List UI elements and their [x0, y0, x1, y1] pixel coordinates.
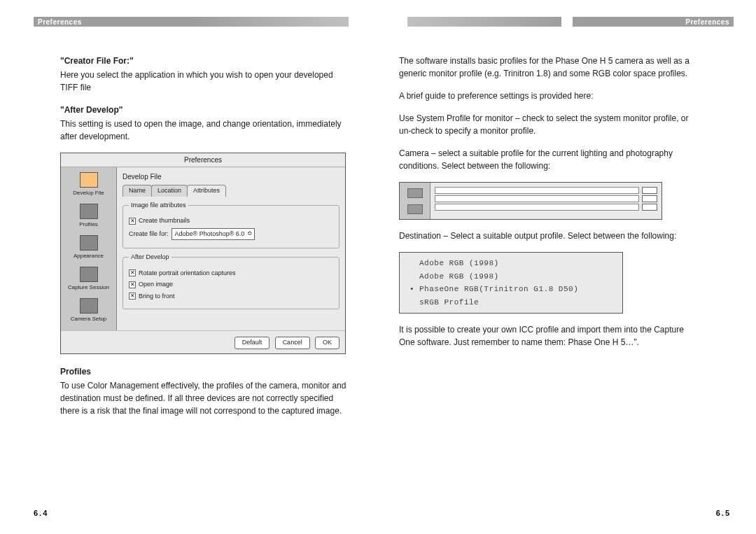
- profile-list-item[interactable]: sRGB Profile: [407, 296, 615, 309]
- fieldset-after-develop: After Develop ✕Rotate portrait orientati…: [122, 253, 340, 309]
- label-rotate-portrait: Rotate portrait orientation captures: [139, 269, 236, 279]
- para-profiles: To use Color Management effectively, the…: [60, 379, 347, 417]
- tab-location[interactable]: Location: [151, 185, 188, 197]
- dropdown-create-file-for[interactable]: Adobe® Photoshop® 6.0: [172, 228, 255, 241]
- page-number-left: 6.4: [34, 509, 48, 517]
- default-button[interactable]: Default: [234, 337, 270, 349]
- dialog-main-title: Develop File: [122, 171, 340, 182]
- checkbox-open-image[interactable]: ✕: [129, 281, 136, 288]
- develop-file-icon: [80, 172, 98, 188]
- profile-list-item[interactable]: Adobe RGB (1998): [407, 270, 615, 283]
- para-install: The software installs basic profiles for…: [399, 55, 700, 80]
- mini-sidebar-icon: [407, 188, 423, 198]
- checkbox-rotate-portrait[interactable]: ✕: [129, 269, 136, 276]
- capture-session-icon: [80, 267, 98, 282]
- profile-list-item-selected[interactable]: PhaseOne RGB(Trinitron G1.8 D50): [407, 283, 615, 296]
- para-own-icc: It is possible to create your own ICC pr…: [399, 323, 700, 349]
- legend-after-develop: After Develop: [129, 253, 172, 262]
- para-camera: Camera – select a suitable profile for t…: [399, 147, 700, 172]
- sidebar-item-profiles[interactable]: Profiles: [61, 202, 116, 233]
- label-create-thumbnails: Create thumbnails: [139, 216, 190, 226]
- para-brief-guide: A brief guide to preference settings is …: [399, 90, 700, 102]
- profile-list-item[interactable]: Adobe RGB (1998): [407, 257, 615, 270]
- dialog-titlebar: Preferences: [61, 153, 345, 167]
- tab-name[interactable]: Name: [122, 185, 152, 197]
- mini-button[interactable]: [642, 204, 657, 211]
- mini-field[interactable]: [435, 195, 639, 202]
- mini-field[interactable]: [435, 187, 639, 194]
- heading-profiles: Profiles: [60, 365, 347, 378]
- heading-after-develop: "After Develop": [60, 104, 347, 116]
- sidebar-item-camera-setup[interactable]: Camera Setup: [61, 296, 116, 328]
- dialog-sidebar: Develop File Profiles Appearance Capture…: [61, 167, 117, 330]
- checkbox-bring-to-front[interactable]: ✕: [129, 293, 136, 300]
- tab-attributes[interactable]: Attributes: [187, 185, 226, 197]
- cancel-button[interactable]: Cancel: [275, 337, 310, 349]
- checkbox-create-thumbnails[interactable]: ✕: [129, 218, 136, 225]
- dialog-tabs: Name Location Attributes: [122, 185, 340, 197]
- sidebar-item-capture-session[interactable]: Capture Session: [61, 265, 116, 296]
- mini-button[interactable]: [642, 187, 657, 194]
- header-label-right: Preferences: [685, 18, 729, 26]
- mini-sidebar-icon: [407, 204, 423, 214]
- header-label-left: Preferences: [38, 18, 82, 26]
- legend-image-file-attributes: Image file attributes: [129, 201, 188, 211]
- para-creator-file-for: Here you select the application in which…: [60, 69, 347, 94]
- page-number-right: 6.5: [716, 509, 731, 517]
- label-create-file-for: Create file for:: [129, 230, 169, 239]
- sidebar-item-appearance[interactable]: Appearance: [61, 233, 116, 265]
- label-bring-to-front: Bring to front: [139, 292, 175, 302]
- header-bar-right: Preferences: [573, 17, 734, 27]
- para-system-profile: Use System Profile for monitor – check t…: [399, 112, 700, 137]
- sidebar-item-develop-file[interactable]: Develop File: [61, 170, 116, 202]
- ok-button[interactable]: OK: [315, 337, 340, 349]
- header-bar-left: Preferences: [34, 17, 195, 27]
- mini-field[interactable]: [435, 204, 639, 211]
- fieldset-image-file-attributes: Image file attributes ✕Create thumbnails…: [122, 201, 340, 249]
- mini-profiles-dialog: [399, 182, 662, 220]
- camera-setup-icon: [80, 298, 98, 314]
- preferences-dialog: Preferences Develop File Profiles Appear…: [60, 153, 346, 354]
- dialog-button-row: Default Cancel OK: [61, 330, 345, 353]
- header-bar-right-tail: [407, 17, 561, 27]
- para-destination: Destination – Select a suitable output p…: [399, 230, 700, 242]
- heading-creator-file-for: "Creator File For:": [60, 55, 347, 67]
- appearance-icon: [80, 235, 98, 251]
- header-bar-left-tail: [195, 17, 349, 27]
- mini-button[interactable]: [642, 195, 657, 202]
- profiles-icon: [80, 204, 98, 219]
- label-open-image: Open image: [139, 280, 173, 290]
- profile-list: Adobe RGB (1998) Adobe RGB (1998) PhaseO…: [399, 252, 623, 314]
- para-after-develop: This setting is used to open the image, …: [60, 118, 347, 143]
